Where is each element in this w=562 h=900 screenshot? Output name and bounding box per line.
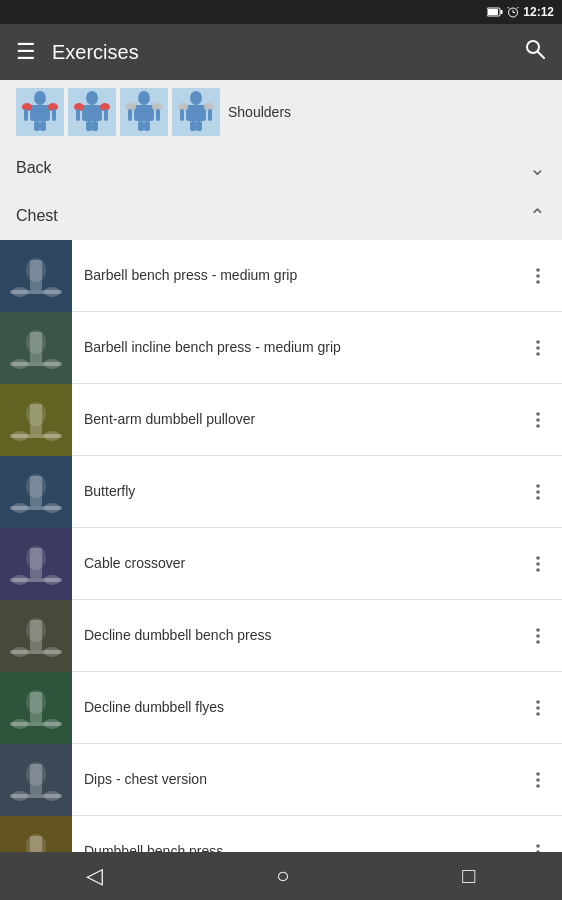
svg-rect-43 xyxy=(196,121,202,131)
exercise-more-button[interactable] xyxy=(522,692,554,724)
svg-rect-44 xyxy=(180,109,184,121)
svg-rect-36 xyxy=(156,109,160,121)
exercise-thumbnail xyxy=(0,240,72,312)
exercise-more-button[interactable] xyxy=(522,404,554,436)
svg-point-51 xyxy=(44,287,60,297)
svg-point-94 xyxy=(536,562,540,566)
svg-point-111 xyxy=(44,719,60,729)
exercise-more-button[interactable] xyxy=(522,332,554,364)
exercise-more-button[interactable] xyxy=(522,260,554,292)
svg-point-64 xyxy=(536,346,540,350)
svg-rect-15 xyxy=(34,121,40,131)
exercise-item: Barbell incline bench press - medium gri… xyxy=(0,312,562,384)
chest-chevron: ⌃ xyxy=(529,204,546,228)
exercise-item: Bent-arm dumbbell pullover xyxy=(0,384,562,456)
svg-line-9 xyxy=(538,52,545,59)
exercise-item: Butterfly xyxy=(0,456,562,528)
back-label: Back xyxy=(16,159,52,177)
scroll-area[interactable]: Shoulders Back ⌄ Chest ⌃ Barbell bench p… xyxy=(0,80,562,852)
svg-rect-17 xyxy=(24,109,28,121)
svg-line-7 xyxy=(517,7,519,9)
toolbar-title: Exercises xyxy=(52,41,139,64)
svg-rect-18 xyxy=(52,109,56,121)
exercise-name: Dips - chest version xyxy=(72,770,522,788)
svg-point-74 xyxy=(536,418,540,422)
exercise-more-button[interactable] xyxy=(522,764,554,796)
svg-rect-30 xyxy=(134,105,154,121)
exercise-more-button[interactable] xyxy=(522,476,554,508)
exercise-list: Barbell bench press - medium grip Barbel… xyxy=(0,240,562,852)
svg-point-102 xyxy=(26,618,46,642)
svg-point-85 xyxy=(536,496,540,500)
svg-point-95 xyxy=(536,568,540,572)
svg-point-81 xyxy=(44,503,60,513)
svg-rect-34 xyxy=(144,121,150,131)
exercise-thumbnail xyxy=(0,672,72,744)
svg-point-103 xyxy=(536,628,540,632)
svg-line-6 xyxy=(508,7,510,9)
svg-point-55 xyxy=(536,280,540,284)
svg-point-50 xyxy=(12,287,28,297)
category-back[interactable]: Back ⌄ xyxy=(0,144,562,192)
exercise-name: Bent-arm dumbbell pullover xyxy=(72,410,522,428)
svg-rect-21 xyxy=(82,105,102,121)
svg-point-60 xyxy=(12,359,28,369)
exercise-thumbnail xyxy=(0,528,72,600)
category-chest[interactable]: Chest ⌃ xyxy=(0,192,562,240)
svg-point-112 xyxy=(26,690,46,714)
svg-point-133 xyxy=(536,844,540,848)
search-icon[interactable] xyxy=(524,38,546,66)
svg-point-54 xyxy=(536,274,540,278)
status-icons: 12:12 xyxy=(487,5,554,19)
exercise-thumbnail xyxy=(0,312,72,384)
svg-point-100 xyxy=(12,647,28,657)
svg-point-82 xyxy=(26,474,46,498)
svg-point-121 xyxy=(44,791,60,801)
svg-point-65 xyxy=(536,352,540,356)
svg-rect-27 xyxy=(104,109,108,121)
exercise-thumbnail xyxy=(0,384,72,456)
svg-point-93 xyxy=(536,556,540,560)
svg-point-115 xyxy=(536,712,540,716)
alarm-icon xyxy=(507,6,519,18)
svg-point-72 xyxy=(26,402,46,426)
exercise-item: Decline dumbbell bench press xyxy=(0,600,562,672)
svg-point-73 xyxy=(536,412,540,416)
bottom-nav: ◁ ○ □ xyxy=(0,852,562,900)
muscle-header: Shoulders xyxy=(0,80,562,144)
exercise-thumbnail xyxy=(0,744,72,816)
svg-point-62 xyxy=(26,330,46,354)
svg-point-123 xyxy=(536,772,540,776)
back-nav-button[interactable]: ◁ xyxy=(86,863,103,889)
exercise-name: Dumbbell bench press xyxy=(72,842,522,852)
svg-point-114 xyxy=(536,706,540,710)
exercise-thumbnail xyxy=(0,600,72,672)
svg-point-92 xyxy=(26,546,46,570)
svg-point-61 xyxy=(44,359,60,369)
svg-rect-33 xyxy=(138,121,144,131)
exercise-name: Butterfly xyxy=(72,482,522,500)
exercise-more-button[interactable] xyxy=(522,548,554,580)
svg-point-122 xyxy=(26,762,46,786)
svg-rect-45 xyxy=(208,109,212,121)
home-nav-button[interactable]: ○ xyxy=(276,863,289,889)
svg-point-101 xyxy=(44,647,60,657)
svg-point-52 xyxy=(26,258,46,282)
svg-point-70 xyxy=(12,431,28,441)
menu-icon[interactable]: ☰ xyxy=(16,39,36,65)
svg-rect-39 xyxy=(186,105,206,121)
exercise-more-button[interactable] xyxy=(522,836,554,853)
body-image-2 xyxy=(68,88,116,136)
svg-rect-26 xyxy=(76,109,80,121)
exercise-item: Barbell bench press - medium grip xyxy=(0,240,562,312)
svg-point-38 xyxy=(190,91,202,105)
exercise-name: Decline dumbbell bench press xyxy=(72,626,522,644)
body-image-3 xyxy=(120,88,168,136)
svg-point-63 xyxy=(536,340,540,344)
svg-rect-25 xyxy=(92,121,98,131)
svg-rect-1 xyxy=(501,10,503,14)
recent-nav-button[interactable]: □ xyxy=(462,863,475,889)
shoulders-label: Shoulders xyxy=(228,104,291,120)
exercise-more-button[interactable] xyxy=(522,620,554,652)
svg-point-83 xyxy=(536,484,540,488)
